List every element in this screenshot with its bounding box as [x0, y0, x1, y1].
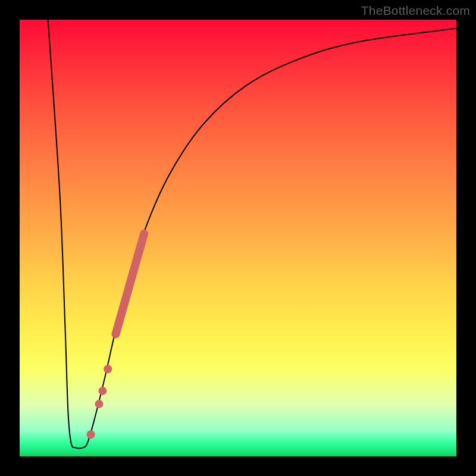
- marker-dot: [98, 387, 107, 395]
- marker-dot: [87, 430, 95, 439]
- marker-dot: [104, 365, 112, 373]
- curve-svg: [20, 20, 456, 456]
- plot-area: [20, 20, 456, 456]
- marker-dot: [95, 400, 104, 408]
- marker-group: [87, 365, 112, 439]
- bottleneck-curve: [48, 20, 456, 448]
- highlight-segment: [115, 234, 144, 334]
- watermark-text: TheBottleneck.com: [361, 4, 470, 18]
- chart-frame: TheBottleneck.com: [0, 0, 476, 476]
